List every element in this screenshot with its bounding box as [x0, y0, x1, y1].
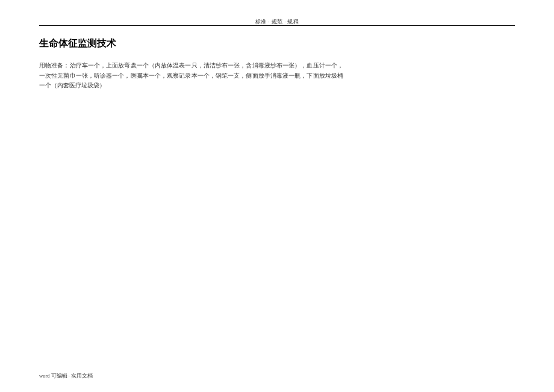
document-body: 用物准备：治疗车一个，上面放弯盘一个（内放体温表一只，清洁纱布一张，含消毒液纱布… — [39, 61, 343, 91]
header-text: 标准 · 规范 · 规程 — [255, 19, 299, 25]
document-content: 生命体征监测技术 用物准备：治疗车一个，上面放弯盘一个（内放体温表一只，清洁纱布… — [39, 37, 343, 91]
page-footer: word 可编辑 · 实用文档 — [39, 373, 93, 380]
header-rule — [39, 25, 515, 26]
document-title: 生命体征监测技术 — [39, 37, 343, 50]
footer-text: word 可编辑 · 实用文档 — [39, 373, 93, 379]
